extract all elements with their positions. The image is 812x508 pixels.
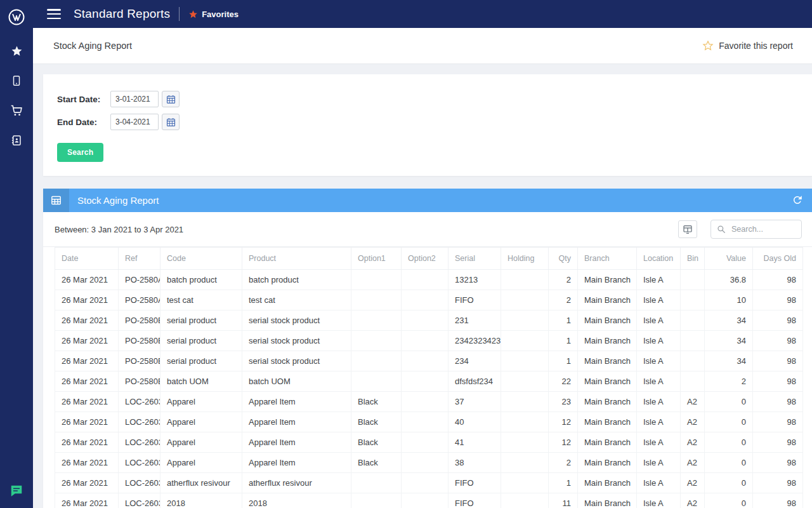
cell-product: batch UOM (242, 371, 351, 392)
cell-serial: FIFO (449, 290, 501, 311)
table-row[interactable]: 26 Mar 2021PO-2580Abatch productbatch pr… (55, 270, 803, 290)
cell-location: Isle A (637, 290, 681, 311)
column-header-days_old[interactable]: Days Old (753, 248, 803, 270)
cell-option2 (402, 371, 449, 392)
end-date-calendar-button[interactable] (162, 114, 180, 130)
cell-option2 (402, 270, 449, 290)
cell-holding (501, 412, 549, 432)
table-row[interactable]: 26 Mar 2021LOC-2603atherflux resivourath… (55, 473, 803, 493)
devices-icon[interactable] (10, 74, 23, 87)
favorites-link[interactable]: Favorites (188, 10, 239, 19)
table-row[interactable]: 26 Mar 2021LOC-2603ApparelApparel ItemBl… (55, 453, 803, 473)
cell-branch: Main Branch (578, 493, 637, 508)
cell-code: Apparel (160, 432, 242, 453)
favorites-star-icon[interactable] (10, 44, 23, 57)
column-header-option2[interactable]: Option2 (402, 248, 449, 270)
start-date-input[interactable] (110, 91, 159, 107)
cell-days_old: 98 (753, 331, 803, 351)
cell-bin (681, 270, 705, 290)
cell-date: 26 Mar 2021 (55, 351, 119, 371)
start-date-calendar-button[interactable] (162, 91, 180, 107)
column-header-product[interactable]: Product (242, 248, 351, 270)
column-header-date[interactable]: Date (55, 248, 119, 270)
column-header-qty[interactable]: Qty (549, 248, 578, 270)
cell-branch: Main Branch (578, 331, 637, 351)
refresh-icon[interactable] (792, 194, 804, 207)
cell-holding (501, 493, 549, 508)
search-button[interactable]: Search (57, 143, 103, 162)
cell-branch: Main Branch (578, 351, 637, 371)
star-outline-icon (702, 40, 714, 51)
column-header-ref[interactable]: Ref (119, 248, 160, 270)
cell-days_old: 98 (753, 371, 803, 392)
column-header-option1[interactable]: Option1 (351, 248, 402, 270)
app-logo-icon[interactable] (6, 6, 27, 28)
cell-holding (501, 473, 549, 493)
cell-code: Apparel (160, 453, 242, 473)
cell-holding (501, 371, 549, 392)
column-header-serial[interactable]: Serial (449, 248, 501, 270)
cell-value: 0 (705, 473, 753, 493)
export-icon (683, 224, 693, 234)
end-date-input[interactable] (110, 114, 159, 130)
cell-qty: 2 (549, 290, 578, 311)
chat-support-icon[interactable] (10, 484, 23, 498)
favorite-this-report-button[interactable]: Favorite this report (702, 40, 793, 51)
cell-branch: Main Branch (578, 311, 637, 331)
cell-qty: 22 (549, 371, 578, 392)
cell-option2 (402, 473, 449, 493)
column-header-code[interactable]: Code (160, 248, 242, 270)
table-row[interactable]: 26 Mar 2021PO-2580Bserial productserial … (55, 331, 803, 351)
search-icon (717, 225, 726, 234)
column-header-holding[interactable]: Holding (501, 248, 549, 270)
cell-value: 0 (705, 493, 753, 508)
table-search-box[interactable] (710, 220, 802, 239)
page-title: Standard Reports (74, 7, 170, 21)
cell-value: 0 (705, 412, 753, 432)
cell-ref: PO-2580A (119, 270, 160, 290)
cell-serial: 234 (449, 351, 501, 371)
table-icon[interactable] (43, 189, 69, 212)
column-header-bin[interactable]: Bin (681, 248, 705, 270)
table-search-input[interactable] (730, 224, 796, 234)
cell-location: Isle A (637, 412, 681, 432)
cell-days_old: 98 (753, 412, 803, 432)
cell-qty: 1 (549, 311, 578, 331)
table-row[interactable]: 26 Mar 2021LOC-260320182018FIFO11Main Br… (55, 493, 803, 508)
column-header-branch[interactable]: Branch (578, 248, 637, 270)
cell-date: 26 Mar 2021 (55, 371, 119, 392)
menu-hamburger-icon[interactable] (47, 9, 61, 19)
cell-holding (501, 453, 549, 473)
cell-holding (501, 270, 549, 290)
column-header-value[interactable]: Value (705, 248, 753, 270)
cell-option2 (402, 331, 449, 351)
export-button[interactable] (678, 220, 697, 238)
address-book-icon[interactable] (10, 134, 23, 147)
cell-location: Isle A (637, 392, 681, 412)
cart-icon[interactable] (10, 104, 23, 117)
cell-days_old: 98 (753, 493, 803, 508)
cell-date: 26 Mar 2021 (55, 432, 119, 453)
table-row[interactable]: 26 Mar 2021LOC-2603ApparelApparel ItemBl… (55, 432, 803, 453)
table-row[interactable]: 26 Mar 2021LOC-2603ApparelApparel ItemBl… (55, 412, 803, 432)
cell-location: Isle A (637, 493, 681, 508)
cell-value: 34 (705, 351, 753, 371)
favorites-star-filled-icon (188, 10, 198, 19)
cell-serial: 2342323423' (449, 331, 501, 351)
cell-days_old: 98 (753, 311, 803, 331)
top-header: Standard Reports Favorites (33, 0, 812, 28)
cell-qty: 2 (549, 270, 578, 290)
main-content: Start Date: End Date: Search Stock Aging… (33, 64, 812, 508)
cell-bin (681, 351, 705, 371)
cell-option2 (402, 392, 449, 412)
cell-qty: 12 (549, 432, 578, 453)
cell-date: 26 Mar 2021 (55, 453, 119, 473)
table-row[interactable]: 26 Mar 2021PO-2580Bbatch UOMbatch UOMdfs… (55, 371, 803, 392)
table-row[interactable]: 26 Mar 2021LOC-2603ApparelApparel ItemBl… (55, 392, 803, 412)
cell-option2 (402, 412, 449, 432)
cell-option2 (402, 311, 449, 331)
table-row[interactable]: 26 Mar 2021PO-2580Bserial productserial … (55, 351, 803, 371)
table-row[interactable]: 26 Mar 2021PO-2580Atest cattest catFIFO2… (55, 290, 803, 311)
column-header-location[interactable]: Location (637, 248, 681, 270)
table-row[interactable]: 26 Mar 2021PO-2580Bserial productserial … (55, 311, 803, 331)
